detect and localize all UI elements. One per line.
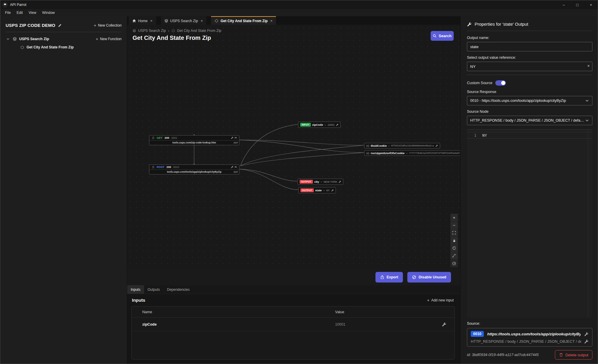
in-port[interactable]: IN — [235, 166, 237, 168]
minimize-button[interactable]: – — [557, 0, 571, 9]
chevron-down-icon[interactable] — [6, 37, 10, 41]
tab-home[interactable]: Home × — [129, 16, 156, 25]
add-new-input-button[interactable]: +Add new input — [427, 298, 454, 303]
wrench-icon[interactable] — [231, 136, 233, 139]
wrench-icon[interactable] — [584, 332, 589, 336]
custom-source-toggle[interactable] — [495, 80, 506, 86]
node-output-city[interactable]: OUTPUT city = NEW YORK — [298, 179, 343, 185]
output-badge: OUTPUT — [300, 180, 313, 184]
input-badge: INPUT — [300, 123, 311, 127]
close-icon[interactable]: × — [150, 19, 153, 23]
sidebar-item-collection[interactable]: USPS Search Zip +New Function — [0, 34, 127, 44]
wrench-icon[interactable] — [584, 339, 589, 344]
value-code-editor[interactable]: 1 NY — [467, 129, 592, 318]
function-node-icon — [215, 19, 218, 23]
node-request-get[interactable]: GET 200 0001 IN tools.usps.com/zip-code-… — [149, 135, 239, 145]
menu-file[interactable]: File — [2, 10, 14, 16]
table-row[interactable]: zipCode 10001 — [132, 318, 455, 331]
wrench-icon[interactable] — [336, 123, 339, 126]
plus-icon: + — [94, 23, 96, 28]
output-badge: OUTPUT — [300, 188, 314, 192]
menu-view[interactable]: View — [26, 10, 39, 16]
node-request-post[interactable]: POST 200 0010 IN tools.usps.com/tools/ap… — [149, 164, 239, 174]
no-entry-icon — [412, 275, 416, 279]
maximize-button[interactable]: □ — [571, 0, 584, 9]
wrench-icon — [467, 22, 472, 27]
out-port[interactable]: OUT — [233, 142, 238, 144]
table-header: Name Value — [132, 306, 455, 318]
canvas-toolbar: + − — [450, 214, 458, 267]
sidebar-divider — [6, 32, 122, 32]
disable-unused-button[interactable]: Disable Unused — [407, 272, 451, 283]
app-title: API Parrot — [10, 3, 26, 7]
sidebar-item-function[interactable]: Get City And State From Zip — [0, 44, 127, 51]
input-name-cell: zipCode — [132, 322, 335, 327]
wrench-icon[interactable] — [231, 166, 233, 168]
new-collection-button[interactable]: +New Collection — [94, 23, 122, 28]
search-button[interactable]: Search — [431, 31, 454, 41]
close-icon[interactable]: × — [201, 19, 203, 23]
new-function-button[interactable]: +New Function — [96, 37, 122, 41]
app-window: API Parrot – □ × File Edit View Window U… — [0, 0, 598, 364]
tab-dependencies[interactable]: Dependencies — [164, 285, 193, 294]
tab-usps-search-zip[interactable]: USPS Search Zip × — [161, 16, 207, 25]
wrench-icon[interactable] — [331, 189, 334, 192]
source-response-select[interactable]: 0010 - https://tools.usps.com/tools/app/… — [467, 96, 592, 105]
fit-view-icon[interactable] — [450, 229, 458, 236]
clear-icon[interactable]: × — [587, 63, 590, 68]
node-cookie-nsc[interactable]: (x) nscUppmtUsvfOfxCookie = ffffff3b462a… — [364, 150, 460, 156]
refresh-icon[interactable] — [450, 244, 458, 252]
bottom-panel-tabs: Inputs Outputs Dependencies — [127, 285, 460, 294]
source-node-select[interactable]: HTTP_RESPONSE / body / JSON_PARSE / JSON… — [467, 116, 592, 125]
layers-icon — [133, 29, 136, 32]
variable-icon: (x) — [366, 144, 369, 147]
trash-icon — [559, 353, 563, 357]
chevron-down-icon — [585, 118, 589, 123]
zoom-out-icon[interactable]: − — [450, 221, 458, 229]
app-logo-parrot-icon — [2, 2, 8, 7]
close-icon[interactable]: × — [270, 19, 273, 23]
tab-bar: Home × USPS Search Zip × Get City And St… — [127, 16, 460, 25]
node-graph-canvas[interactable]: USPS Search Zip › Get City And State Fro… — [127, 25, 460, 269]
export-button[interactable]: Export — [375, 272, 403, 283]
lock-icon[interactable] — [450, 237, 458, 244]
inputs-table: Name Value zipCode 10001 — [131, 306, 455, 360]
menu-edit[interactable]: Edit — [14, 10, 26, 16]
source-response-label: Source Response — [467, 90, 592, 94]
menu-window[interactable]: Window — [39, 10, 58, 16]
node-cookie-tltsid[interactable]: (x) tltsidCookie = 87599165d85a166389000… — [364, 143, 440, 148]
tab-inputs[interactable]: Inputs — [127, 285, 144, 294]
reference-field[interactable]: NY — [467, 62, 592, 71]
tab-outputs[interactable]: Outputs — [144, 285, 164, 294]
close-button[interactable]: × — [584, 0, 598, 9]
edit-project-pencil-icon[interactable] — [58, 23, 62, 27]
output-name-field[interactable]: state — [467, 42, 592, 51]
output-name-label: Output name: — [467, 36, 592, 40]
edge-style-icon[interactable] — [450, 252, 458, 259]
sync-icon — [152, 136, 155, 139]
breadcrumb-collection[interactable]: USPS Search Zip — [138, 29, 166, 33]
properties-panel: Properties for 'state' Output Output nam… — [460, 16, 598, 364]
node-output-state[interactable]: OUTPUT state = NY — [298, 187, 336, 193]
bottom-panel: Inputs Outputs Dependencies Inputs +Add … — [127, 285, 460, 364]
tab-get-city-and-state[interactable]: Get City And State From Zip × — [211, 16, 276, 25]
wrench-icon[interactable] — [442, 322, 455, 327]
out-port[interactable]: OUT — [233, 171, 238, 173]
minimap-icon[interactable] — [450, 260, 458, 267]
wrench-icon[interactable] — [339, 180, 341, 183]
source-label: Source: — [467, 321, 592, 326]
inputs-heading: Inputs — [132, 298, 145, 303]
source-node-path: HTTP_RESPONSE / body / JSON_PARSE / JSON… — [471, 339, 581, 344]
zoom-in-icon[interactable]: + — [450, 214, 458, 221]
wrench-icon[interactable] — [435, 144, 438, 147]
sidebar: USPS ZIP CODE DEMO +New Collection USPS … — [0, 16, 127, 364]
layers-icon — [13, 37, 17, 41]
sync-icon — [152, 166, 155, 169]
source-url: https://tools.usps.com/tools/app/ziplook… — [487, 332, 581, 336]
source-sequence-badge: 0010 — [471, 331, 484, 337]
node-input-zipcode[interactable]: INPUT zipCode = 10001 — [298, 122, 341, 128]
function-node-icon — [20, 45, 24, 49]
in-port[interactable]: IN — [235, 137, 237, 139]
title-bar: API Parrot – □ × — [0, 0, 598, 9]
delete-output-button[interactable]: Delete output — [555, 350, 592, 360]
